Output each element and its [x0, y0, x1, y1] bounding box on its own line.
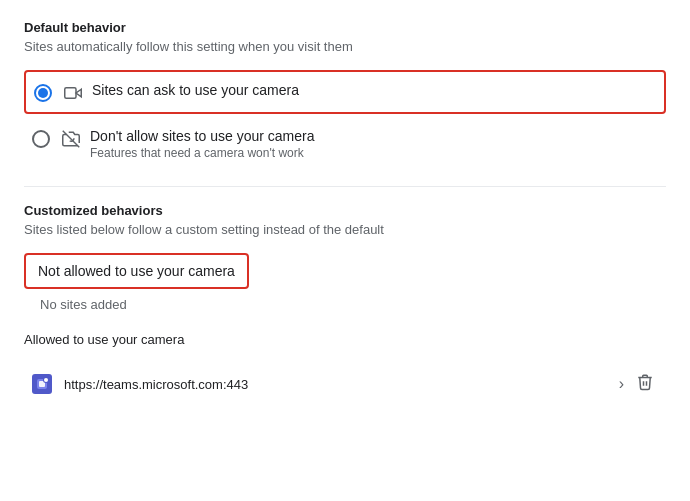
delete-site-button[interactable] — [632, 369, 658, 399]
svg-line-1 — [63, 131, 80, 148]
chevron-right-icon: › — [619, 375, 624, 393]
not-allowed-box: Not allowed to use your camera — [24, 253, 249, 289]
site-url: https://teams.microsoft.com:443 — [64, 377, 619, 392]
allowed-section: Allowed to use your camera https://teams… — [24, 332, 666, 409]
allow-option-text: Sites can ask to use your camera — [92, 82, 299, 98]
no-sites-label: No sites added — [40, 297, 666, 312]
section-divider — [24, 186, 666, 187]
customized-behaviors-description: Sites listed below follow a custom setti… — [24, 222, 666, 237]
deny-option-label: Don't allow sites to use your camera — [90, 128, 314, 144]
deny-camera-option[interactable]: Don't allow sites to use your camera Fea… — [24, 118, 666, 170]
allow-camera-option[interactable]: Sites can ask to use your camera — [24, 70, 666, 114]
default-behavior-description: Sites automatically follow this setting … — [24, 39, 666, 54]
deny-option-text: Don't allow sites to use your camera Fea… — [90, 128, 314, 160]
allow-option-label: Sites can ask to use your camera — [92, 82, 299, 98]
allowed-title: Allowed to use your camera — [24, 332, 666, 347]
allow-radio-btn[interactable] — [34, 84, 52, 102]
svg-point-6 — [44, 378, 48, 382]
allow-radio[interactable] — [34, 84, 52, 102]
svg-rect-0 — [65, 88, 76, 99]
camera-icon — [64, 83, 82, 102]
customized-behaviors-title: Customized behaviors — [24, 203, 666, 218]
default-behavior-section: Default behavior Sites automatically fol… — [24, 20, 666, 170]
customized-behaviors-section: Customized behaviors Sites listed below … — [24, 203, 666, 409]
default-behavior-title: Default behavior — [24, 20, 666, 35]
deny-radio[interactable] — [32, 130, 50, 148]
teams-icon — [32, 374, 52, 394]
deny-radio-btn[interactable] — [32, 130, 50, 148]
deny-option-sublabel: Features that need a camera won't work — [90, 146, 314, 160]
camera-off-icon — [62, 129, 80, 148]
site-row[interactable]: https://teams.microsoft.com:443 › — [24, 359, 666, 409]
not-allowed-label: Not allowed to use your camera — [38, 263, 235, 279]
